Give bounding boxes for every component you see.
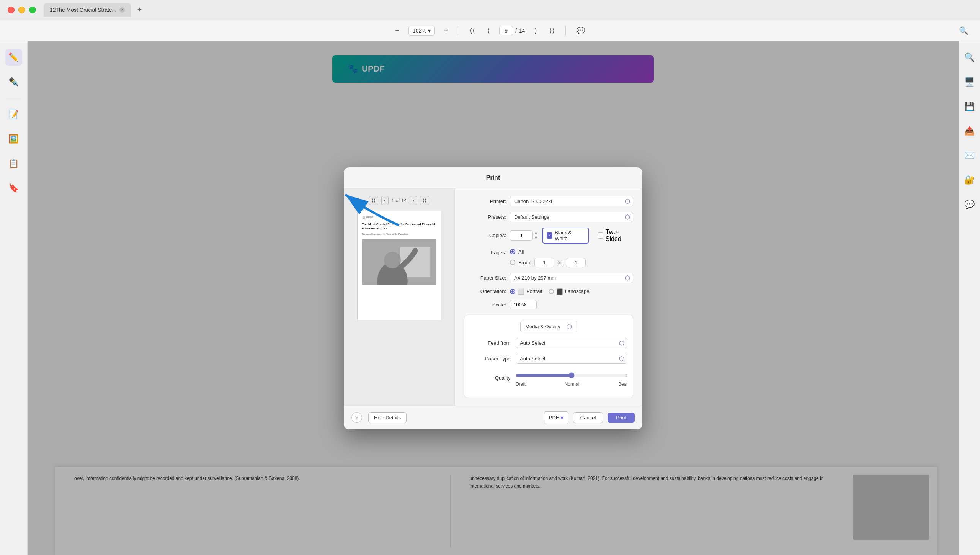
orientation-row: Orientation: ⬜ Portrait xyxy=(464,288,633,295)
minimize-button[interactable] xyxy=(18,7,25,13)
right-sidebar-icon-search[interactable]: 🔍 xyxy=(961,49,978,66)
pages-range-row: From: to: xyxy=(510,258,586,267)
paper-type-label: Paper Type: xyxy=(470,356,512,362)
to-input[interactable] xyxy=(566,258,586,267)
right-sidebar-icon-export[interactable]: 📤 xyxy=(961,123,978,139)
preview-doc: 📰 UPDF The Most Crucial Strategy for Ban… xyxy=(358,211,441,320)
copies-up-button[interactable]: ▲ xyxy=(534,231,538,236)
sidebar-icon-image[interactable]: 🖼️ xyxy=(5,131,22,147)
paper-size-label: Paper Size: xyxy=(464,275,506,281)
sidebar-divider xyxy=(6,98,21,98)
quality-slider[interactable] xyxy=(516,372,627,378)
preview-first-btn[interactable]: ⟨⟨ xyxy=(369,196,378,205)
pages-range-radio[interactable] xyxy=(510,260,515,265)
next-page-button[interactable]: ⟩ xyxy=(531,25,540,36)
content-area: 🐾 UPDF over, information confidentially … xyxy=(28,41,959,555)
tab-bar: 12The Most Crucial Strate... × + xyxy=(44,3,145,17)
maximize-button[interactable] xyxy=(29,7,36,13)
to-label: to: xyxy=(557,260,563,265)
pdf-button[interactable]: PDF ▾ xyxy=(544,411,568,424)
feed-from-label: Feed from: xyxy=(470,340,512,346)
copies-down-button[interactable]: ▼ xyxy=(534,236,538,240)
landscape-option[interactable]: ⬛ Landscape xyxy=(549,288,590,295)
preview-prev-btn[interactable]: ⟨ xyxy=(381,196,389,205)
quality-normal-label: Normal xyxy=(565,381,580,387)
paper-type-select[interactable]: Auto Select xyxy=(516,354,627,364)
paper-size-select[interactable]: A4 210 by 297 mm xyxy=(510,273,633,283)
toolbar-controls: − 102% ▾ + ⟨⟨ ⟨ / 14 ⟩ ⟩⟩ 💬 xyxy=(392,25,588,36)
printer-select[interactable]: Canon iR C3222L xyxy=(510,196,633,206)
right-sidebar-icon-display[interactable]: 🖥️ xyxy=(961,74,978,90)
two-sided-checkbox[interactable] xyxy=(598,232,603,239)
pages-all-radio[interactable] xyxy=(510,249,515,254)
paper-type-select-wrapper: Auto Select ⬡ xyxy=(516,354,627,364)
from-input[interactable] xyxy=(534,258,554,267)
landscape-radio[interactable] xyxy=(549,289,554,294)
quality-draft-label: Draft xyxy=(516,381,526,387)
bw-checkbox-wrapper[interactable]: ✓ Black & White xyxy=(542,228,589,244)
printer-label: Printer: xyxy=(464,198,506,204)
pdf-label: PDF xyxy=(549,415,559,421)
prev-page-button[interactable]: ⟨ xyxy=(484,25,493,36)
right-sidebar-icon-comment[interactable]: 💬 xyxy=(961,196,978,213)
bw-label: Black & White xyxy=(555,230,584,241)
right-sidebar-icon-mail[interactable]: ✉️ xyxy=(961,147,978,164)
paper-type-row: Paper Type: Auto Select ⬡ xyxy=(470,354,627,364)
zoom-display[interactable]: 102% ▾ xyxy=(408,26,435,36)
search-icon[interactable]: 🔍 xyxy=(959,26,969,35)
page-total: 14 xyxy=(519,28,525,34)
new-tab-button[interactable]: + xyxy=(134,5,145,15)
paper-size-row: Paper Size: A4 210 by 297 mm ⬡ xyxy=(464,273,633,283)
preview-page-label: 1 of 14 xyxy=(392,198,407,203)
scale-label: Scale: xyxy=(464,302,506,308)
portrait-option[interactable]: ⬜ Portrait xyxy=(510,288,542,295)
pages-label: Pages: xyxy=(464,249,506,255)
right-sidebar-icon-security[interactable]: 🔐 xyxy=(961,172,978,188)
copies-stepper: ▲ ▼ xyxy=(534,231,538,240)
tab-close-button[interactable]: × xyxy=(119,7,125,13)
portrait-radio[interactable] xyxy=(510,289,515,294)
sidebar-icon-edit[interactable]: ✏️ xyxy=(5,49,22,66)
right-sidebar-icon-save[interactable]: 💾 xyxy=(961,98,978,115)
cancel-button[interactable]: Cancel xyxy=(573,412,603,423)
mq-header: Media & Quality ⬡ xyxy=(470,321,627,332)
sidebar-icon-bookmark[interactable]: 🔖 xyxy=(5,180,22,196)
active-tab[interactable]: 12The Most Crucial Strate... × xyxy=(44,3,131,17)
sidebar-icon-annotate[interactable]: 📝 xyxy=(5,106,22,123)
orientation-label: Orientation: xyxy=(464,288,506,294)
preview-panel: ⟨⟨ ⟨ 1 of 14 ⟩ ⟩⟩ 📰 UPDF The Most Crucia… xyxy=(344,188,455,406)
sidebar-icon-draw[interactable]: ✒️ xyxy=(5,74,22,90)
quality-label: Quality: xyxy=(470,375,512,381)
preview-doc-title: The Most Crucial Strategy for Banks and … xyxy=(362,222,436,231)
zoom-out-button[interactable]: − xyxy=(392,25,402,36)
scale-input[interactable] xyxy=(510,300,537,309)
feed-from-select[interactable]: Auto Select xyxy=(516,338,627,348)
last-page-button[interactable]: ⟩⟩ xyxy=(546,25,558,36)
media-quality-section: Media & Quality ⬡ Feed from: xyxy=(464,315,633,398)
copies-row: Copies: ▲ ▼ ✓ xyxy=(464,228,633,244)
scale-row: Scale: xyxy=(464,300,633,309)
presets-row: Presets: Default Settings ⬡ xyxy=(464,212,633,222)
quality-slider-area: Draft Normal Best xyxy=(516,372,627,387)
presets-select[interactable]: Default Settings xyxy=(510,212,633,222)
zoom-value: 102% xyxy=(413,28,426,34)
copies-controls: ▲ ▼ ✓ Black & White xyxy=(510,228,633,244)
print-button[interactable]: Print xyxy=(608,413,635,423)
help-button[interactable]: ? xyxy=(351,412,362,423)
toolbar-divider-1 xyxy=(459,26,459,35)
hide-details-button[interactable]: Hide Details xyxy=(368,412,407,423)
toolbar: − 102% ▾ + ⟨⟨ ⟨ / 14 ⟩ ⟩⟩ 💬 🔍 xyxy=(0,20,980,41)
first-page-button[interactable]: ⟨⟨ xyxy=(467,25,478,36)
copies-input[interactable] xyxy=(510,230,533,241)
main-layout: ✏️ ✒️ 📝 🖼️ 📋 🔖 🐾 UPDF o xyxy=(0,41,980,555)
mq-dropdown[interactable]: Media & Quality ⬡ xyxy=(520,321,577,332)
page-number-input[interactable] xyxy=(499,26,513,35)
zoom-in-button[interactable]: + xyxy=(441,25,451,36)
preview-last-btn[interactable]: ⟩⟩ xyxy=(420,196,429,205)
pages-section: All From: to: xyxy=(510,249,586,267)
comment-button[interactable]: 💬 xyxy=(573,25,588,36)
preview-next-btn[interactable]: ⟩ xyxy=(410,196,417,205)
sidebar-icon-pages[interactable]: 📋 xyxy=(5,155,22,172)
landscape-label: Landscape xyxy=(565,288,590,294)
close-button[interactable] xyxy=(8,7,15,13)
